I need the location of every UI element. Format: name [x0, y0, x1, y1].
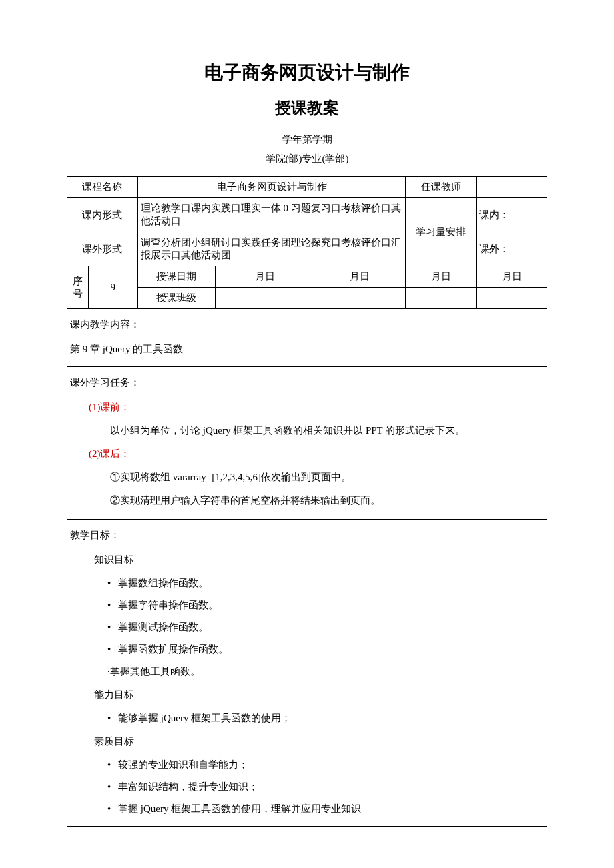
class-cell	[314, 288, 406, 309]
goal-item: 掌握数组操作函数。	[70, 574, 544, 592]
outclass-task-cell: 课外学习任务： (1)课前： 以小组为单位，讨论 jQuery 框架工具函数的相…	[67, 367, 547, 520]
preclass-label: (1)课前：	[70, 398, 544, 416]
class-cell	[477, 288, 547, 309]
value-teacher	[477, 177, 547, 198]
inclass-content-cell: 课内教学内容： 第 9 章 jQuery 的工具函数	[67, 309, 547, 367]
college-line: 学院(部)专业(学部)	[67, 153, 547, 165]
goal-item: 掌握测试操作函数。	[70, 618, 544, 636]
table-row: 授课班级	[67, 288, 547, 309]
quality-goal-label: 素质目标	[70, 733, 544, 751]
date-cell: 月日	[406, 266, 477, 288]
label-study-arrange: 学习量安排	[406, 198, 477, 266]
date-cell: 月日	[314, 266, 406, 288]
chapter-text: 第 9 章 jQuery 的工具函数	[70, 340, 544, 358]
label-teacher: 任课教师	[406, 177, 477, 198]
value-seq: 9	[88, 266, 137, 309]
table-row: 序号 9 授课日期 月日 月日 月日 月日	[67, 266, 547, 288]
value-outclass-form: 调查分析团小组研讨口实践任务团理论探究口考核评价口汇报展示口其他活动团	[137, 232, 406, 266]
outclass-task-label: 课外学习任务：	[70, 374, 544, 392]
label-outclass-form: 课外形式	[67, 232, 138, 266]
goal-item: ·掌握其他工具函数。	[70, 663, 544, 681]
semester-line: 学年第学期	[67, 133, 547, 146]
postclass-label: (2)课后：	[70, 445, 544, 463]
label-teach-date: 授课日期	[137, 266, 215, 288]
goal-item: 掌握 jQuery 框架工具函数的使用，理解并应用专业知识	[70, 800, 544, 818]
goal-item: 能够掌握 jQuery 框架工具函数的使用；	[70, 709, 544, 727]
goal-item: 丰富知识结构，提升专业知识；	[70, 778, 544, 796]
table-row: 教学目标： 知识目标 掌握数组操作函数。 掌握字符串操作函数。 掌握测试操作函数…	[67, 520, 547, 827]
label-course-name: 课程名称	[67, 177, 138, 198]
value-inclass-amount: 课内：	[477, 198, 547, 232]
label-seq: 序号	[67, 266, 89, 309]
lesson-table: 课程名称 电子商务网页设计与制作 任课教师 课内形式 理论教学口课内实践口理实一…	[67, 176, 547, 827]
table-row: 课外学习任务： (1)课前： 以小组为单位，讨论 jQuery 框架工具函数的相…	[67, 367, 547, 520]
class-cell	[406, 288, 477, 309]
goals-cell: 教学目标： 知识目标 掌握数组操作函数。 掌握字符串操作函数。 掌握测试操作函数…	[67, 520, 547, 827]
doc-subtitle: 授课教案	[67, 97, 547, 119]
table-row: 课内教学内容： 第 9 章 jQuery 的工具函数	[67, 309, 547, 367]
goal-item: 掌握函数扩展操作函数。	[70, 640, 544, 659]
table-row: 课内形式 理论教学口课内实践口理实一体 0 习题复习口考核评价口其他活动口 学习…	[67, 198, 547, 232]
table-row: 课程名称 电子商务网页设计与制作 任课教师	[67, 177, 547, 198]
ability-goal-label: 能力目标	[70, 686, 544, 704]
postclass-item: ①实现将数组 vararray=[1,2,3,4,5,6]依次输出到页面中。	[70, 468, 544, 486]
label-inclass-form: 课内形式	[67, 198, 138, 232]
date-cell: 月日	[216, 266, 314, 288]
preclass-text: 以小组为单位，讨论 jQuery 框架工具函数的相关知识并以 PPT 的形式记录…	[70, 422, 544, 440]
value-outclass-amount: 课外：	[477, 232, 547, 266]
class-cell	[216, 288, 314, 309]
value-inclass-form: 理论教学口课内实践口理实一体 0 习题复习口考核评价口其他活动口	[137, 198, 406, 232]
goal-item: 掌握字符串操作函数。	[70, 596, 544, 614]
goals-label: 教学目标：	[70, 526, 544, 544]
date-cell: 月日	[477, 266, 547, 288]
postclass-item: ②实现清理用户输入字符串的首尾空格并将结果输出到页面。	[70, 492, 544, 510]
doc-title: 电子商务网页设计与制作	[67, 60, 547, 85]
knowledge-goal-label: 知识目标	[70, 551, 544, 569]
label-teach-class: 授课班级	[137, 288, 215, 309]
value-course-name: 电子商务网页设计与制作	[137, 177, 406, 198]
goal-item: 较强的专业知识和自学能力；	[70, 756, 544, 774]
inclass-content-label: 课内教学内容：	[70, 316, 544, 334]
